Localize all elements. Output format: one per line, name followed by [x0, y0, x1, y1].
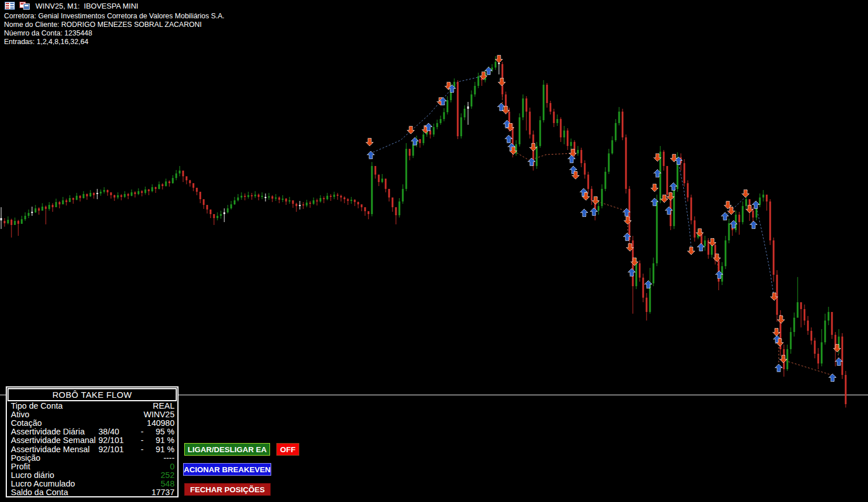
- buy-arrow-icon: [670, 183, 677, 191]
- row-dash: -: [141, 445, 144, 454]
- buy-arrow-icon: [505, 135, 513, 143]
- sell-arrow-icon: [366, 139, 374, 147]
- account-line: Núemro da Conta: 1235448: [4, 29, 92, 37]
- sell-arrow-icon: [714, 254, 721, 262]
- sell-arrow-icon: [498, 78, 506, 86]
- row-ratio: 92/101: [98, 445, 124, 454]
- buy-arrow-icon: [645, 280, 652, 288]
- row-value: 140980: [147, 418, 175, 428]
- sell-arrow-icon: [780, 355, 787, 363]
- buy-arrow-icon: [697, 243, 705, 251]
- row-label: Assertividade Mensal: [11, 445, 90, 454]
- signal-markers-layer: [366, 56, 843, 382]
- buy-arrow-icon: [528, 158, 536, 166]
- panel-row: Assertividade Diária38/40-95 %: [7, 427, 177, 436]
- sell-arrow-icon: [407, 127, 415, 135]
- sell-arrow-icon: [834, 345, 841, 353]
- breakeven-button[interactable]: ACIONAR BREAKEVEN: [183, 463, 271, 476]
- row-label: Assertividade Diária: [11, 427, 85, 436]
- row-ratio: 38/40: [98, 427, 119, 436]
- client-line: Nome do Cliente: RODRIGO MENEZES SOBRAL …: [4, 21, 201, 29]
- broker-line: Corretora: Genial Investimentos Corretor…: [4, 12, 224, 20]
- buy-arrow-icon: [665, 207, 673, 215]
- row-label: Lucro diário: [11, 471, 54, 480]
- row-value: WINV25: [144, 410, 175, 419]
- row-label: Saldo da Conta: [11, 488, 68, 497]
- buy-arrow-icon: [775, 364, 783, 372]
- sell-arrow-icon: [631, 258, 639, 266]
- row-value: 548: [161, 479, 175, 488]
- row-value: ----: [164, 453, 175, 463]
- buy-arrow-icon: [498, 103, 505, 111]
- ea-panel-title: ROBÔ TAKE FLOW: [52, 390, 132, 400]
- panel-row: Saldo da Conta17737: [7, 488, 177, 496]
- toggle-ea-button[interactable]: LIGAR/DESLIGAR EA: [184, 443, 270, 456]
- panel-row: Lucro Acumulado548: [7, 479, 177, 488]
- sell-arrow-icon: [778, 316, 785, 324]
- row-label: Profit: [11, 462, 30, 471]
- row-label: Lucro Acumulado: [11, 479, 75, 488]
- mt-chart-window: WINV25, M1: IBOVESPA MINI Corretora: Gen…: [0, 0, 868, 502]
- ea-panel-title-box: ROBÔ TAKE FLOW: [7, 388, 177, 401]
- row-value: 252: [161, 471, 175, 480]
- panel-row: Profit0: [7, 462, 177, 471]
- chart-windows-icon: [19, 2, 30, 10]
- sell-arrow-icon: [624, 217, 632, 225]
- entries-line: Entradas: 1,2,4,8,16,32,64: [4, 38, 88, 46]
- row-value: 95 %: [156, 427, 175, 436]
- row-dash: -: [141, 427, 144, 436]
- sell-arrow-icon: [569, 149, 577, 157]
- buy-arrow-icon: [628, 268, 636, 276]
- sell-arrow-icon: [480, 72, 487, 80]
- row-value: REAL: [153, 401, 175, 410]
- row-value: 91 %: [156, 436, 175, 445]
- panel-row: Assertividade Mensal92/101-91 %: [7, 445, 177, 453]
- row-label: Cotação: [11, 418, 42, 428]
- row-label: Ativo: [11, 410, 29, 419]
- panel-row: Assertividade Semanal92/101-91 %: [7, 436, 177, 444]
- row-value: 0: [170, 462, 175, 471]
- trade-lines-layer: [373, 77, 838, 375]
- buy-arrow-icon: [411, 137, 419, 145]
- close-positions-button[interactable]: FECHAR POSIÇÕES: [184, 483, 271, 496]
- buy-arrow-icon: [590, 208, 598, 216]
- row-value: 91 %: [156, 445, 175, 454]
- panel-row: Lucro diário252: [7, 471, 177, 479]
- panel-row: Posição----: [7, 453, 177, 462]
- row-value: 17737: [152, 488, 175, 497]
- sell-arrow-icon: [773, 329, 780, 337]
- panel-row: AtivoWINV25: [7, 410, 177, 418]
- sell-arrow-icon: [696, 229, 704, 237]
- sell-arrow-icon: [651, 184, 659, 192]
- sell-arrow-icon: [742, 190, 750, 198]
- sell-arrow-icon: [496, 56, 503, 64]
- ea-info-panel: ROBÔ TAKE FLOW Tipo de ContaREALAtivoWIN…: [6, 386, 179, 497]
- row-dash: -: [141, 436, 144, 445]
- market-watch-icon: [5, 2, 15, 10]
- buy-arrow-icon: [581, 209, 588, 217]
- row-ratio: 92/101: [98, 436, 124, 445]
- candles-layer: [1, 56, 847, 408]
- buy-arrow-icon: [829, 374, 837, 382]
- panel-row: Cotação140980: [7, 418, 177, 427]
- ea-panel-rows: Tipo de ContaREALAtivoWINV25Cotação14098…: [7, 401, 177, 496]
- symbol-title: WINV25, M1: IBOVESPA MINI: [35, 2, 138, 10]
- row-label: Tipo de Conta: [11, 401, 63, 410]
- panel-row: Tipo de ContaREAL: [7, 401, 177, 410]
- sell-arrow-icon: [688, 247, 695, 255]
- row-label: Posição: [11, 453, 41, 463]
- buy-arrow-icon: [750, 221, 758, 229]
- row-label: Assertividade Semanal: [11, 436, 96, 445]
- ea-status-badge[interactable]: OFF: [276, 443, 299, 456]
